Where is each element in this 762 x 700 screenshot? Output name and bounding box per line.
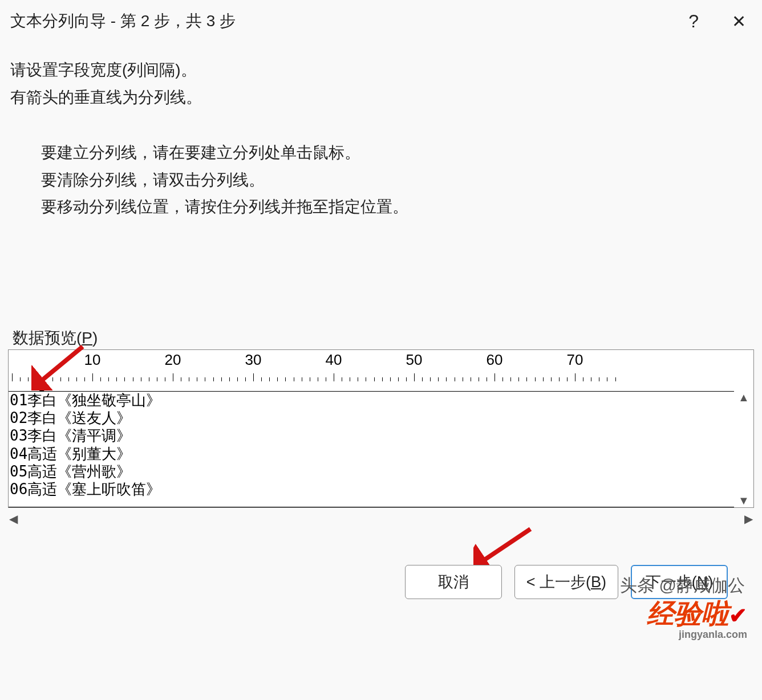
dialog-title: 文本分列向导 - 第 2 步，共 3 步: [10, 10, 688, 32]
ruler-label: 70: [567, 351, 583, 369]
instruction-bullet: 要清除分列线，请双击分列线。: [41, 166, 752, 194]
annotation-arrow-icon: [473, 524, 536, 570]
checkmark-icon: ✔: [729, 604, 747, 628]
preview-row: 03李白《清平调》: [9, 427, 734, 445]
preview-label: 数据预览(P): [13, 327, 98, 349]
titlebar: 文本分列向导 - 第 2 步，共 3 步 ? ✕: [0, 0, 762, 42]
scroll-right-icon[interactable]: ▶: [744, 512, 753, 526]
ruler-label: 60: [487, 351, 503, 369]
preview-row: 05高适《营州歌》: [9, 463, 734, 481]
cancel-button[interactable]: 取消: [405, 565, 502, 599]
scroll-left-icon[interactable]: ◀: [9, 512, 18, 526]
instruction-line: 有箭头的垂直线为分列线。: [10, 84, 752, 111]
instructions: 请设置字段宽度(列间隔)。 有箭头的垂直线为分列线。 要建立分列线，请在要建立分…: [0, 42, 762, 221]
ruler-label: 40: [326, 351, 342, 369]
data-preview-area[interactable]: 01李白《独坐敬亭山》02李白《送友人》03李白《清平调》04高适《别董大》05…: [9, 391, 734, 507]
instruction-bullet: 要建立分列线，请在要建立分列处单击鼠标。: [41, 139, 752, 166]
ruler-label: 10: [84, 351, 101, 369]
back-button[interactable]: < 上一步(B): [514, 565, 618, 599]
ruler[interactable]: 10203040506070: [9, 350, 753, 381]
help-icon[interactable]: ?: [688, 11, 699, 32]
ruler-label: 50: [406, 351, 423, 369]
ruler-label: 30: [245, 351, 262, 369]
preview-row: 01李白《独坐敬亭山》: [9, 392, 734, 409]
instruction-bullet: 要移动分列线位置，请按住分列线并拖至指定位置。: [41, 193, 752, 221]
watermark-text: 头条 @静咸伽公: [620, 574, 745, 597]
svg-line-3: [482, 529, 530, 561]
instruction-line: 请设置字段宽度(列间隔)。: [10, 56, 752, 84]
preview-row: 04高适《别董大》: [9, 445, 734, 463]
sub-instructions: 要建立分列线，请在要建立分列处单击鼠标。 要清除分列线，请双击分列线。 要移动分…: [10, 111, 752, 221]
ruler-label: 20: [165, 351, 181, 369]
vertical-scrollbar[interactable]: ▲ ▼: [737, 391, 750, 507]
scroll-up-icon[interactable]: ▲: [738, 391, 749, 404]
scroll-down-icon[interactable]: ▼: [738, 494, 749, 507]
preview-panel[interactable]: 10203040506070 ▲ 01李白《独坐敬亭山》02李白《送友人》03李…: [8, 349, 754, 508]
close-icon[interactable]: ✕: [732, 11, 746, 31]
preview-row: 06高适《塞上听吹笛》: [9, 481, 734, 498]
watermark-logo: 经验啦✔ jingyanla.com: [647, 596, 747, 641]
preview-row: 02李白《送友人》: [9, 409, 734, 427]
horizontal-scrollbar[interactable]: ◀ ▶: [8, 511, 754, 526]
